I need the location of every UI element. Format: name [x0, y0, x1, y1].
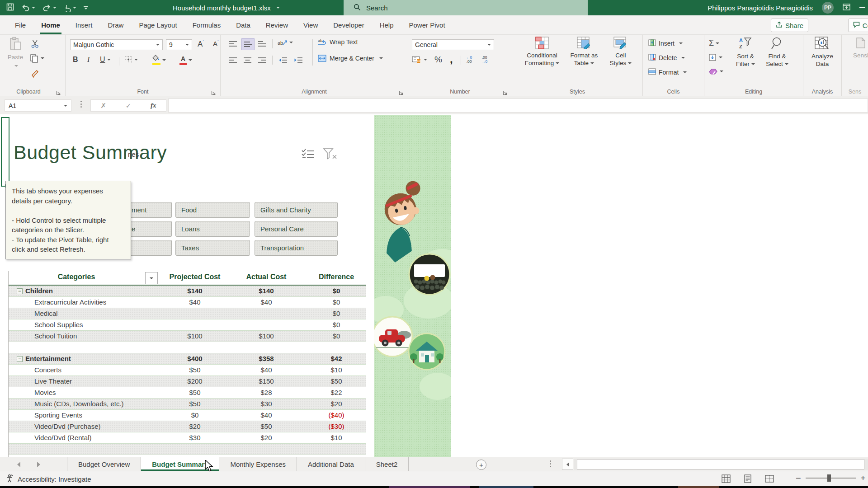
hscroll-left-arrow[interactable] [562, 459, 573, 470]
slicer-multiselect-icon[interactable] [301, 148, 315, 161]
slicer-button-partial-blank[interactable] [130, 240, 172, 256]
slicer-button-personal-care[interactable]: Personal Care [255, 221, 338, 237]
clear-icon[interactable] [709, 68, 723, 75]
insert-function-icon[interactable]: fx [151, 102, 156, 109]
font-size-combo[interactable]: 9 [166, 39, 192, 50]
slicer-clear-filter-icon[interactable] [323, 148, 337, 161]
formula-bar-splitter[interactable] [80, 101, 82, 108]
align-center-icon[interactable] [241, 55, 254, 66]
worksheet[interactable]: Budget Summary ries mente FoodLoansTaxes… [0, 114, 868, 457]
ribbon-tab-view[interactable]: View [296, 15, 326, 34]
increase-indent-icon[interactable] [292, 55, 304, 66]
share-button[interactable]: Share [771, 19, 808, 32]
tab-scrollbar-splitter[interactable] [550, 460, 551, 467]
avatar[interactable]: PP [822, 2, 834, 14]
page-layout-view-icon[interactable] [743, 474, 752, 485]
user-name[interactable]: Philippos Panagiotidis Panagiotidis [708, 4, 813, 12]
format-as-table-button[interactable]: Format as Table [566, 37, 602, 67]
slicer-button-taxes[interactable]: Taxes [175, 240, 250, 256]
merge-center-button[interactable]: Merge & Center [318, 55, 383, 62]
collapse-button[interactable]: − [17, 288, 23, 294]
minimize-button[interactable] [859, 7, 865, 8]
copy-icon[interactable] [30, 54, 44, 63]
format-painter-icon[interactable] [31, 69, 41, 80]
sheet-tab-sheet2[interactable]: Sheet2 [365, 457, 409, 471]
format-cells-button[interactable]: Format [648, 68, 687, 76]
touch-mode-dropdown-icon[interactable] [73, 7, 76, 9]
ribbon-tab-formulas[interactable]: Formulas [185, 15, 229, 34]
cut-icon[interactable] [31, 39, 40, 50]
name-box[interactable]: A1 [5, 99, 71, 112]
ribbon-tab-data[interactable]: Data [228, 15, 258, 34]
decrease-decimal-icon[interactable]: .00→0 [481, 56, 487, 64]
save-icon[interactable] [6, 3, 14, 13]
formula-input[interactable] [168, 99, 868, 113]
ribbon-tab-insert[interactable]: Insert [68, 15, 100, 34]
find-select-button[interactable]: Find & Select [763, 37, 791, 68]
comma-style-icon[interactable]: , [450, 53, 453, 66]
insert-cells-button[interactable]: Insert [648, 39, 683, 47]
cell-styles-button[interactable]: Cell Styles [605, 37, 637, 67]
scroll-sheets-left-icon[interactable] [17, 462, 20, 467]
slicer-button-partial-e[interactable]: e [130, 221, 172, 237]
align-bottom-icon[interactable] [256, 38, 268, 49]
ribbon-tab-developer[interactable]: Developer [326, 15, 372, 34]
underline-icon[interactable]: U [100, 56, 111, 64]
sensitivity-button[interactable]: Sensi [847, 37, 868, 59]
borders-icon[interactable] [124, 56, 138, 64]
align-left-icon[interactable] [227, 55, 239, 66]
ribbon-tab-review[interactable]: Review [258, 15, 296, 34]
fill-icon[interactable] [709, 54, 722, 61]
conditional-formatting-button[interactable]: Conditional Formatting [520, 37, 564, 67]
scroll-sheets-right-icon[interactable] [37, 462, 40, 467]
normal-view-icon[interactable] [722, 474, 731, 485]
slicer-button-food[interactable]: Food [175, 202, 250, 218]
search-box[interactable]: Search [344, 0, 588, 15]
comments-button[interactable]: Co [848, 19, 868, 32]
undo-button[interactable] [21, 4, 35, 11]
collapse-button[interactable]: − [17, 356, 23, 362]
slicer-button-loans[interactable]: Loans [175, 221, 250, 237]
ribbon-tab-file[interactable]: File [7, 15, 33, 34]
ribbon-tab-page-layout[interactable]: Page Layout [131, 15, 184, 34]
new-sheet-button[interactable]: + [476, 460, 486, 470]
font-name-combo[interactable]: Malgun Gothic [70, 39, 163, 50]
sheet-tab-monthly-expenses[interactable]: Monthly Expenses [219, 457, 297, 471]
bold-icon[interactable]: B [73, 56, 78, 64]
decrease-indent-icon[interactable] [277, 55, 289, 66]
orientation-icon[interactable]: ab [278, 38, 293, 47]
accounting-format-icon[interactable] [412, 56, 427, 64]
font-color-icon[interactable]: A [179, 55, 192, 65]
ribbon-tab-draw[interactable]: Draw [100, 15, 131, 34]
zoom-slider-thumb[interactable] [827, 474, 831, 482]
delete-cells-button[interactable]: Delete [648, 54, 685, 62]
number-format-combo[interactable]: General [412, 39, 494, 50]
analyze-data-button[interactable]: Analyze Data [807, 37, 838, 68]
customize-qat-icon[interactable] [84, 6, 88, 9]
ribbon-tab-home[interactable]: Home [33, 15, 68, 34]
enter-icon[interactable]: ✓ [126, 102, 132, 110]
paste-button[interactable]: Paste [4, 37, 27, 69]
increase-decimal-icon[interactable]: ←0.00 [466, 56, 472, 64]
zoom-out-icon[interactable]: − [796, 474, 801, 482]
sheet-tab-additional-data[interactable]: Additional Data [297, 457, 365, 471]
horizontal-scrollbar-thumb[interactable] [577, 459, 864, 469]
fill-color-icon[interactable] [152, 55, 166, 65]
categories-filter-button[interactable] [145, 272, 158, 284]
zoom-in-icon[interactable]: + [861, 474, 866, 482]
align-top-icon[interactable] [227, 38, 239, 49]
slicer-button-transportation[interactable]: Transportation [255, 240, 338, 256]
align-middle-icon[interactable] [241, 38, 255, 50]
slicer-button-partial-ment[interactable]: ment [130, 202, 172, 218]
sort-filter-button[interactable]: AZ Sort & Filter [731, 37, 760, 68]
decrease-font-size-icon[interactable]: Aˇ [213, 40, 219, 47]
accessibility-status[interactable]: Accessibility: Investigate [5, 474, 91, 484]
cancel-icon[interactable]: ✗ [100, 102, 106, 110]
italic-icon[interactable]: I [87, 56, 90, 64]
redo-button[interactable] [42, 4, 57, 11]
percent-style-icon[interactable]: % [434, 55, 442, 65]
selected-cell-a1[interactable] [1, 117, 9, 187]
slicer-button-gifts-and-charity[interactable]: Gifts and Charity [255, 202, 338, 218]
ribbon-tab-power-pivot[interactable]: Power Pivot [401, 15, 453, 34]
document-title[interactable]: Household monthly budget1.xlsx [173, 0, 280, 15]
